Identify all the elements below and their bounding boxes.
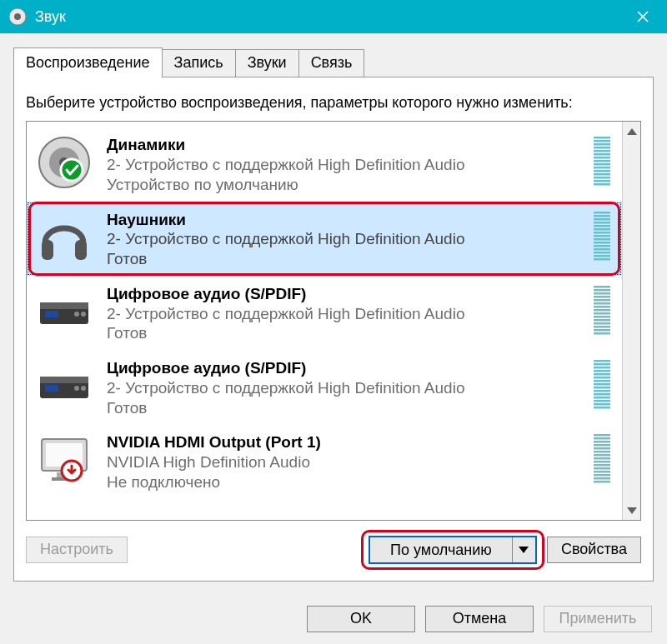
svg-rect-52 bbox=[594, 309, 610, 312]
svg-rect-77 bbox=[594, 400, 610, 402]
level-meter-icon bbox=[594, 357, 614, 410]
svg-rect-92 bbox=[594, 457, 610, 460]
svg-rect-17 bbox=[594, 167, 610, 169]
device-text: Динамики2- Устройство с поддержкой High … bbox=[107, 133, 580, 194]
svg-rect-93 bbox=[594, 461, 610, 463]
svg-rect-38 bbox=[594, 255, 610, 257]
svg-rect-36 bbox=[594, 248, 610, 251]
svg-rect-55 bbox=[594, 319, 610, 322]
properties-button[interactable]: Свойства bbox=[547, 537, 641, 563]
svg-rect-26 bbox=[594, 215, 610, 217]
svg-rect-70 bbox=[594, 377, 610, 379]
svg-rect-58 bbox=[594, 329, 610, 332]
svg-rect-31 bbox=[594, 232, 610, 234]
svg-rect-54 bbox=[594, 316, 610, 318]
device-item[interactable]: Цифровое аудио (S/PDIF)2- Устройство с п… bbox=[27, 276, 622, 350]
scroll-down-icon[interactable] bbox=[623, 504, 640, 517]
receiver-icon bbox=[35, 357, 93, 415]
svg-rect-39 bbox=[594, 258, 610, 261]
device-text: NVIDIA HDMI Output (Port 1)NVIDIA High D… bbox=[107, 431, 580, 492]
svg-rect-18 bbox=[594, 170, 610, 172]
svg-rect-76 bbox=[594, 397, 610, 399]
svg-rect-75 bbox=[594, 393, 610, 396]
tab-label: Воспроизведение bbox=[26, 54, 150, 71]
device-status: Устройство по умолчанию bbox=[107, 175, 580, 195]
device-item[interactable]: Наушники2- Устройство с поддержкой High … bbox=[27, 202, 622, 276]
svg-rect-35 bbox=[594, 245, 610, 247]
configure-button[interactable]: Настроить bbox=[26, 537, 128, 563]
svg-rect-91 bbox=[594, 454, 610, 457]
svg-rect-78 bbox=[594, 403, 610, 406]
cancel-button[interactable]: Отмена bbox=[425, 606, 534, 632]
device-title: Цифровое аудио (S/PDIF) bbox=[107, 284, 580, 304]
level-meter-icon bbox=[594, 431, 614, 484]
svg-rect-8 bbox=[594, 137, 610, 139]
window-title: Звук bbox=[35, 8, 66, 26]
device-item[interactable]: Цифровое аудио (S/PDIF)2- Устройство с п… bbox=[27, 350, 622, 424]
svg-rect-90 bbox=[594, 451, 610, 453]
svg-rect-72 bbox=[594, 383, 610, 386]
button-label: Настроить bbox=[40, 541, 113, 557]
sound-icon bbox=[8, 7, 27, 26]
svg-rect-25 bbox=[594, 212, 610, 214]
button-label: Отмена bbox=[453, 610, 507, 627]
apply-button[interactable]: Применить bbox=[544, 606, 652, 632]
dropdown-arrow-icon[interactable] bbox=[512, 537, 535, 562]
svg-point-1 bbox=[14, 13, 21, 20]
tab-panel: Выберите устройство воспроизведения, пар… bbox=[13, 77, 654, 582]
svg-rect-48 bbox=[594, 296, 610, 298]
svg-rect-28 bbox=[594, 222, 610, 224]
device-desc: 2- Устройство с поддержкой High Definiti… bbox=[107, 229, 580, 249]
svg-marker-101 bbox=[627, 507, 637, 514]
svg-rect-50 bbox=[594, 302, 610, 305]
svg-point-63 bbox=[74, 386, 79, 391]
tab-sounds[interactable]: Звуки bbox=[235, 49, 299, 77]
device-desc: 2- Устройство с поддержкой High Definiti… bbox=[107, 378, 580, 398]
svg-rect-57 bbox=[594, 326, 610, 328]
sound-dialog-window: Звук Воспроизведение Запись Звуки Связь … bbox=[0, 0, 667, 644]
svg-rect-65 bbox=[594, 360, 610, 362]
device-status: Готов bbox=[107, 398, 580, 418]
button-label: OK bbox=[350, 610, 372, 627]
headphones-icon bbox=[35, 208, 93, 267]
svg-rect-12 bbox=[594, 150, 610, 152]
level-meter-icon bbox=[594, 208, 614, 262]
svg-rect-16 bbox=[594, 163, 610, 166]
scrollbar[interactable] bbox=[622, 122, 640, 520]
svg-rect-86 bbox=[594, 437, 610, 440]
svg-rect-88 bbox=[594, 444, 610, 447]
device-desc: 2- Устройство с поддержкой High Definiti… bbox=[107, 304, 580, 324]
device-title: Динамики bbox=[107, 135, 580, 155]
svg-rect-37 bbox=[594, 252, 610, 254]
svg-rect-14 bbox=[594, 157, 610, 159]
svg-rect-10 bbox=[594, 143, 610, 146]
device-title: Наушники bbox=[107, 210, 580, 230]
scroll-up-icon[interactable] bbox=[623, 125, 640, 137]
svg-rect-94 bbox=[594, 464, 610, 467]
svg-rect-62 bbox=[45, 385, 58, 392]
svg-rect-69 bbox=[594, 373, 610, 376]
instruction-text: Выберите устройство воспроизведения, пар… bbox=[26, 92, 641, 112]
svg-rect-49 bbox=[594, 299, 610, 302]
svg-rect-66 bbox=[594, 363, 610, 366]
svg-rect-33 bbox=[594, 238, 610, 241]
tab-playback[interactable]: Воспроизведение bbox=[13, 47, 163, 77]
svg-marker-100 bbox=[627, 128, 637, 135]
device-item[interactable]: NVIDIA HDMI Output (Port 1)NVIDIA High D… bbox=[27, 424, 622, 498]
device-text: Цифровое аудио (S/PDIF)2- Устройство с п… bbox=[107, 357, 580, 417]
svg-rect-23 bbox=[42, 240, 53, 260]
svg-rect-95 bbox=[594, 467, 610, 470]
tab-label: Запись bbox=[174, 54, 223, 71]
ok-button[interactable]: OK bbox=[307, 606, 415, 632]
close-button[interactable] bbox=[624, 0, 662, 33]
tab-recording[interactable]: Запись bbox=[162, 49, 236, 77]
set-default-button[interactable]: По умолчанию bbox=[369, 536, 537, 564]
svg-rect-51 bbox=[594, 306, 610, 308]
svg-rect-13 bbox=[594, 153, 610, 156]
svg-rect-85 bbox=[594, 434, 610, 437]
tab-label: Звуки bbox=[248, 54, 287, 71]
device-item[interactable]: Динамики2- Устройство с поддержкой High … bbox=[27, 127, 622, 201]
svg-rect-19 bbox=[594, 173, 610, 176]
tab-communications[interactable]: Связь bbox=[298, 49, 365, 77]
svg-rect-45 bbox=[594, 286, 610, 288]
